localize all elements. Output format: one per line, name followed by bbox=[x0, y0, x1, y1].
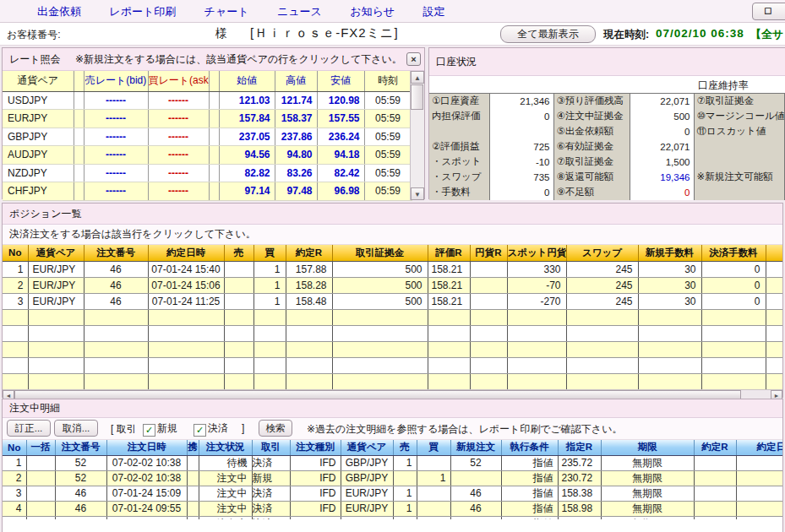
service-status-text: 【全サ bbox=[750, 27, 783, 42]
scrollbar-thumb[interactable] bbox=[411, 84, 423, 110]
cell: 158.78 bbox=[558, 516, 601, 519]
table-row[interactable] bbox=[3, 341, 782, 357]
cell bbox=[428, 341, 470, 357]
checkbox-close-order[interactable]: ✓決済 bbox=[194, 421, 228, 437]
search-button[interactable]: 検索 bbox=[259, 420, 292, 437]
table-row[interactable]: NZDJPY------------82.8283.2682.4205:59 bbox=[3, 164, 412, 182]
table-row[interactable]: 1EUR/JPY4607-01-24 15:401157.88500158.21… bbox=[3, 261, 782, 277]
cell bbox=[74, 128, 84, 146]
cell bbox=[224, 309, 253, 325]
table-row[interactable]: 3EUR/JPY4607-01-24 11:251158.48500158.21… bbox=[3, 293, 782, 309]
cell: 0 bbox=[701, 293, 766, 309]
table-row[interactable]: EURJPY------------157.84158.37157.5505:5… bbox=[3, 110, 412, 128]
cell: 236.24 bbox=[317, 128, 364, 146]
table-row[interactable]: AUDJPY------------94.5694.8094.1805:59 bbox=[3, 146, 412, 165]
cell bbox=[26, 486, 55, 501]
cell: ⑧返還可能額 bbox=[553, 170, 630, 185]
table-row[interactable] bbox=[3, 357, 782, 373]
cell bbox=[766, 277, 782, 293]
cell: ------ bbox=[148, 128, 209, 146]
table-row[interactable]: USDJPY------------121.03121.74120.9805:5… bbox=[3, 91, 412, 110]
cell: 46 bbox=[450, 516, 501, 519]
cell bbox=[470, 341, 507, 357]
table-row[interactable]: 34607-01-24 15:09注文中決済IFDEUR/JPY146指値158… bbox=[3, 486, 782, 501]
checkbox-checked-icon[interactable]: ✓ bbox=[143, 424, 155, 437]
column-header: 新規手数料 bbox=[638, 245, 701, 261]
cell: IFD bbox=[290, 516, 341, 519]
table-row[interactable]: 54607-01-24 08:00注文中決済IFDEUR/JPY146指値158… bbox=[3, 516, 782, 519]
close-icon[interactable]: × bbox=[406, 52, 421, 66]
table-row[interactable]: CHFJPY------------97.1497.4896.9805:59 bbox=[3, 182, 412, 201]
cell: 46 bbox=[55, 486, 106, 501]
cell bbox=[187, 516, 199, 519]
cell: 158.21 bbox=[428, 293, 470, 309]
column-header: 新規注文 bbox=[450, 440, 501, 455]
cell bbox=[74, 146, 84, 165]
menu-item-report-print[interactable]: レポート印刷 bbox=[109, 0, 176, 23]
menu-item-settings[interactable]: 設定 bbox=[422, 0, 444, 23]
cell bbox=[286, 373, 332, 389]
refresh-all-button[interactable]: 全て最新表示 bbox=[500, 25, 596, 43]
table-row[interactable] bbox=[3, 373, 782, 389]
table-row[interactable] bbox=[3, 309, 782, 325]
column-header: 売レート(bid) bbox=[84, 71, 148, 91]
cell bbox=[470, 293, 507, 309]
orders-panel-title: 注文中明細 bbox=[9, 402, 60, 414]
checkbox-new-order[interactable]: ✓新規 bbox=[143, 421, 177, 437]
cell: 500 bbox=[332, 277, 428, 293]
cell bbox=[507, 341, 566, 357]
cell: 46 bbox=[55, 501, 106, 516]
cell bbox=[766, 373, 782, 389]
cell bbox=[417, 455, 450, 470]
cell: IFD bbox=[290, 486, 341, 501]
menu-item-news[interactable]: ニュース bbox=[277, 0, 322, 23]
menu-item-chart[interactable]: チャート bbox=[204, 0, 249, 23]
cell: ------ bbox=[148, 110, 209, 128]
cell bbox=[224, 341, 253, 357]
cell: 07-01-24 11:25 bbox=[148, 293, 224, 309]
app-title: [Ｈｉｒｏｓｅ-FX2ミニ] bbox=[250, 25, 399, 41]
cell: 46 bbox=[84, 277, 148, 293]
column-header: 執行条件 bbox=[501, 440, 558, 455]
cell: -70 bbox=[507, 277, 566, 293]
table-row[interactable] bbox=[3, 325, 782, 341]
logout-button[interactable]: ロ bbox=[752, 3, 785, 20]
cell: 指値 bbox=[501, 486, 558, 501]
rate-scrollbar[interactable]: ▲ ▼ bbox=[410, 71, 424, 200]
column-header: 通貨ペア bbox=[3, 71, 74, 91]
table-row[interactable]: 2EUR/JPY4607-01-24 15:061158.28500158.21… bbox=[3, 277, 782, 293]
cell bbox=[253, 357, 286, 373]
cancel-order-button[interactable]: 取消... bbox=[54, 420, 98, 437]
menu-item-withdrawal[interactable]: 出金依頼 bbox=[37, 0, 81, 23]
cell: 121.74 bbox=[275, 91, 317, 110]
scroll-down-icon[interactable]: ▼ bbox=[411, 187, 424, 200]
cell: IFD bbox=[290, 455, 341, 470]
menu-item-notice[interactable]: お知らせ bbox=[350, 0, 395, 23]
account-panel-title: 口座状況 bbox=[436, 56, 477, 68]
cell: 07-02-02 10:38 bbox=[106, 470, 187, 486]
cell: 94.56 bbox=[219, 146, 275, 165]
position-panel-titlebar: ポジション一覧 bbox=[3, 204, 782, 225]
column-header: 約定R bbox=[286, 245, 332, 261]
cell: ※新規注文可能額 bbox=[694, 170, 784, 185]
column-header bbox=[209, 71, 219, 91]
cell: 0 bbox=[701, 261, 766, 277]
cell bbox=[332, 341, 428, 357]
cell: 22,071 bbox=[630, 139, 694, 155]
cell bbox=[332, 357, 428, 373]
cell: 無期限 bbox=[601, 516, 694, 519]
scroll-up-icon[interactable]: ▲ bbox=[411, 71, 424, 84]
cell bbox=[286, 309, 332, 325]
cell: 1 bbox=[253, 277, 286, 293]
table-row[interactable]: 44607-01-24 09:55注文中決済IFDEUR/JPY146指値158… bbox=[3, 501, 782, 516]
cell bbox=[694, 155, 784, 170]
table-row[interactable]: GBPJPY------------237.05237.86236.2405:5… bbox=[3, 128, 412, 146]
cell: 05:59 bbox=[364, 164, 412, 182]
modify-order-button[interactable]: 訂正... bbox=[7, 420, 51, 437]
checkbox-checked-icon[interactable]: ✓ bbox=[194, 424, 206, 437]
cell: 120.98 bbox=[317, 91, 364, 110]
table-row[interactable]: 15207-02-02 10:38待機決済IFDGBP/JPY152指値235.… bbox=[3, 455, 782, 470]
cell: EUR/JPY bbox=[341, 486, 393, 501]
table-row[interactable]: 25207-02-02 10:38注文中新規IFDGBP/JPY1指値230.7… bbox=[3, 470, 782, 486]
cell: 330 bbox=[507, 261, 566, 277]
